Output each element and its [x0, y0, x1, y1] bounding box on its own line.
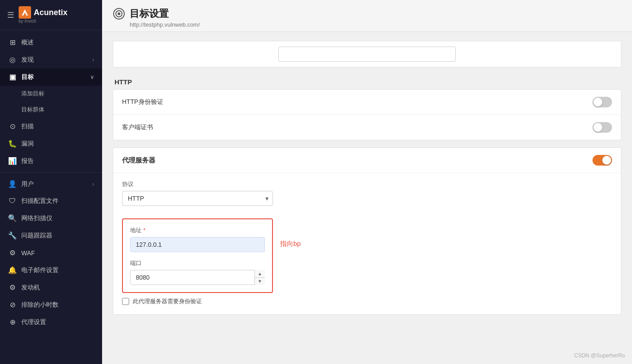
- annotation-text: 指向bp: [280, 240, 301, 248]
- http-card: HTTP身份验证 客户端证书: [113, 89, 621, 140]
- sidebar-item-engine[interactable]: ⚙ 发动机: [0, 279, 102, 296]
- port-group: 端口 ▲ ▼: [130, 259, 265, 285]
- sidebar-item-label: 电子邮件设置: [21, 266, 59, 274]
- report-icon: 📊: [8, 157, 17, 165]
- toggle-knob: [593, 123, 602, 132]
- sidebar-item-label: 扫描: [21, 123, 34, 131]
- email-icon: 🔔: [8, 266, 17, 274]
- proxy-auth-checkbox[interactable]: [122, 298, 129, 305]
- sidebar-item-label: 发动机: [21, 284, 40, 292]
- address-group: 地址 *: [130, 226, 265, 252]
- chevron-down-icon: ∨: [90, 74, 94, 80]
- client-cert-label: 客户端证书: [122, 123, 153, 131]
- sidebar-item-user[interactable]: 👤 用户 ›: [0, 175, 102, 193]
- sidebar-item-label: WAF: [21, 249, 35, 257]
- sidebar-item-label: 代理设置: [21, 318, 46, 326]
- proxy-label: 代理服务器: [122, 156, 155, 165]
- chevron-right-icon: ›: [92, 57, 94, 63]
- acunetix-logo-icon: [19, 6, 31, 19]
- user-icon: 👤: [8, 180, 17, 188]
- sidebar-item-label: 扫描配置文件: [21, 197, 59, 205]
- sidebar: ☰ Acunetix by Invicti ⊞ 概述 ◎ 发现 › ▣ 目标: [0, 0, 102, 364]
- sidebar-item-label: 概述: [21, 39, 34, 47]
- sidebar-header: ☰ Acunetix by Invicti: [0, 0, 102, 30]
- sidebar-item-network-scanner[interactable]: 🔍 网络扫描仪: [0, 210, 102, 227]
- proxy-body: 协议 HTTP HTTPS SOCKS5 ▾: [113, 173, 621, 314]
- sidebar-item-label: 报告: [21, 157, 34, 165]
- top-card: [113, 41, 621, 67]
- port-spinner-down[interactable]: ▼: [255, 278, 265, 285]
- svg-point-4: [118, 12, 120, 15]
- watermark: CSDN @SuperherRo: [574, 352, 625, 359]
- sidebar-item-label: 漏洞: [21, 140, 34, 148]
- sidebar-nav: ⊞ 概述 ◎ 发现 › ▣ 目标 ∨ 添加目标 目标群体 ⊙ 扫描 🐛 漏洞 📊: [0, 30, 102, 364]
- http-section-label: HTTP: [113, 75, 621, 89]
- logo-subtitle: by Invicti: [19, 19, 67, 24]
- port-spinners: ▲ ▼: [254, 270, 265, 285]
- sidebar-item-target-group[interactable]: 目标群体: [0, 102, 102, 118]
- required-marker: *: [143, 227, 146, 233]
- protocol-group: 协议 HTTP HTTPS SOCKS5 ▾: [122, 180, 612, 206]
- network-scanner-icon: 🔍: [8, 214, 17, 222]
- top-input-field[interactable]: [278, 47, 456, 62]
- sidebar-item-waf[interactable]: ⚙ WAF: [0, 244, 102, 261]
- address-label: 地址 *: [130, 226, 265, 234]
- protocol-label: 协议: [122, 180, 612, 188]
- content-area: HTTP HTTP身份验证 客户端证书 代理服务器: [102, 32, 632, 364]
- sidebar-item-proxy-settings[interactable]: ⊕ 代理设置: [0, 313, 102, 331]
- discover-icon: ◎: [8, 55, 17, 64]
- page-subtitle: http://testphp.vulnweb.com/: [130, 21, 621, 28]
- sidebar-item-label: 排除的小时数: [21, 301, 59, 309]
- targets-icon: ▣: [8, 73, 17, 81]
- sidebar-item-report[interactable]: 📊 报告: [0, 152, 102, 170]
- vuln-icon: 🐛: [8, 139, 17, 148]
- toggle-knob: [593, 98, 602, 107]
- waf-icon: ⚙: [8, 249, 17, 257]
- main-content: 目标设置 http://testphp.vulnweb.com/ HTTP HT…: [102, 0, 632, 364]
- page-title: 目标设置: [130, 7, 169, 20]
- http-auth-toggle[interactable]: [592, 97, 612, 107]
- target-icon: [113, 8, 125, 20]
- sidebar-item-label: 发现: [21, 56, 34, 64]
- sidebar-item-label: 目标: [21, 73, 34, 81]
- sidebar-item-targets[interactable]: ▣ 目标 ∨: [0, 68, 102, 86]
- proxy-inner-layout: 地址 * 端口 ▲ ▼: [122, 213, 612, 293]
- overview-icon: ⊞: [8, 38, 17, 47]
- logo-text: Acunetix: [19, 6, 67, 19]
- proxy-header: 代理服务器: [113, 148, 621, 173]
- client-cert-row: 客户端证书: [113, 115, 621, 140]
- scan-config-icon: 🛡: [8, 197, 17, 205]
- sidebar-item-label: 网络扫描仪: [21, 214, 52, 222]
- proxy-toggle[interactable]: [592, 155, 612, 166]
- client-cert-toggle[interactable]: [592, 122, 612, 133]
- sidebar-item-issue-tracker[interactable]: 🔧 问题跟踪器: [0, 227, 102, 244]
- port-label: 端口: [130, 259, 265, 267]
- checkbox-row: 此代理服务器需要身份验证: [122, 293, 612, 307]
- protocol-select-wrapper: HTTP HTTPS SOCKS5 ▾: [122, 191, 273, 206]
- address-input[interactable]: [130, 237, 265, 252]
- sidebar-item-discover[interactable]: ◎ 发现 ›: [0, 51, 102, 68]
- engine-icon: ⚙: [8, 283, 17, 292]
- address-port-highlight-box: 地址 * 端口 ▲ ▼: [122, 218, 273, 293]
- page-title-row: 目标设置: [113, 7, 621, 20]
- sidebar-item-scan[interactable]: ⊙ 扫描: [0, 118, 102, 135]
- sidebar-item-vuln[interactable]: 🐛 漏洞: [0, 135, 102, 152]
- sidebar-item-add-target[interactable]: 添加目标: [0, 86, 102, 102]
- page-header: 目标设置 http://testphp.vulnweb.com/: [102, 0, 632, 32]
- proxy-card: 代理服务器 协议 HTTP HTTPS SOCKS5 ▾: [113, 147, 621, 315]
- protocol-select[interactable]: HTTP HTTPS SOCKS5: [122, 191, 273, 206]
- sidebar-item-excluded-hours[interactable]: ⊘ 排除的小时数: [0, 296, 102, 313]
- sidebar-item-label: 用户: [21, 180, 34, 188]
- hamburger-icon[interactable]: ☰: [7, 10, 14, 20]
- sidebar-item-email[interactable]: 🔔 电子邮件设置: [0, 261, 102, 279]
- sidebar-item-label: 问题跟踪器: [21, 232, 52, 240]
- chevron-right-icon: ›: [92, 181, 94, 187]
- sidebar-item-scan-config[interactable]: 🛡 扫描配置文件: [0, 193, 102, 210]
- port-spinner-up[interactable]: ▲: [255, 270, 265, 278]
- http-auth-label: HTTP身份验证: [122, 98, 163, 106]
- proxy-auth-checkbox-label: 此代理服务器需要身份验证: [133, 297, 202, 305]
- scan-icon: ⊙: [8, 122, 17, 131]
- port-input-wrapper: ▲ ▼: [130, 270, 265, 285]
- port-input[interactable]: [130, 270, 265, 285]
- sidebar-item-overview[interactable]: ⊞ 概述: [0, 34, 102, 51]
